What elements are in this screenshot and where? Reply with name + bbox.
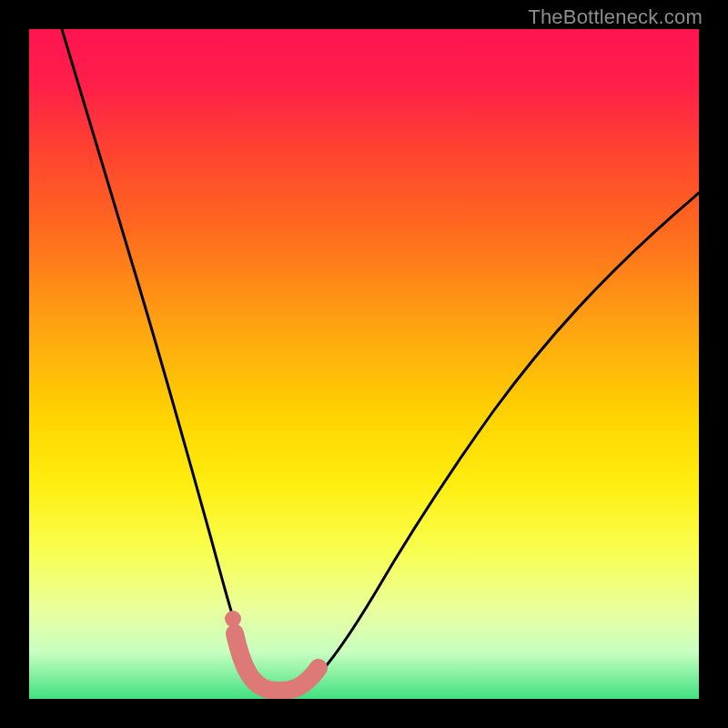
chart-frame: TheBottleneck.com — [0, 0, 728, 728]
optimal-region-marker — [235, 633, 318, 691]
watermark-text: TheBottleneck.com — [528, 5, 703, 29]
plot-area — [29, 29, 699, 699]
optimal-region-dot — [225, 611, 241, 627]
bottleneck-curve — [62, 29, 699, 692]
curve-svg — [29, 29, 699, 699]
